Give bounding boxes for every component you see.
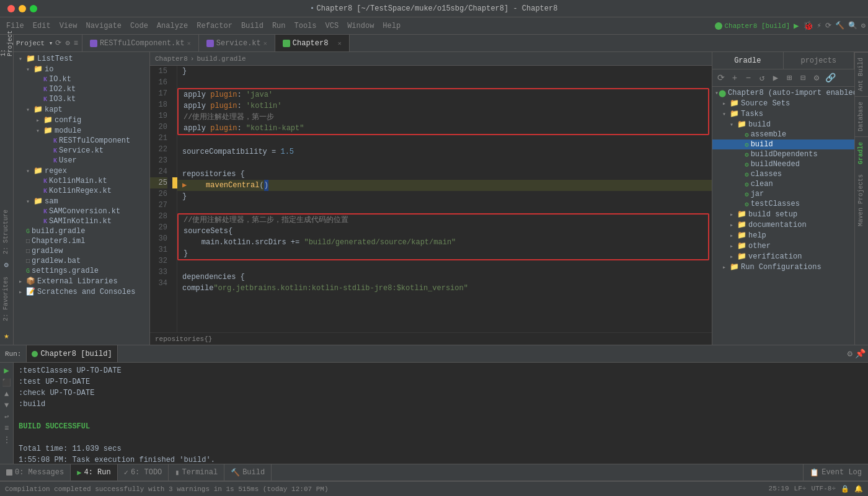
project-dropdown[interactable]: Project ▾ bbox=[16, 39, 53, 47]
tree-item-config[interactable]: ▸ 📁 config bbox=[14, 115, 149, 125]
gradle-btn-run[interactable]: ▶ bbox=[769, 72, 782, 84]
tab-build[interactable]: 🔨 Build bbox=[224, 464, 272, 480]
tree-item-gradlewbat[interactable]: □ gradlew.bat bbox=[14, 256, 149, 266]
tree-item-module[interactable]: ▾ 📁 module bbox=[14, 125, 149, 136]
run-button[interactable]: ▶ bbox=[794, 20, 799, 31]
gradle-tabs[interactable]: Gradle projects bbox=[712, 52, 854, 69]
profile-button[interactable]: ⟳ bbox=[825, 21, 831, 30]
search-everywhere[interactable]: 🔍 bbox=[848, 21, 857, 30]
tab-run[interactable]: ▶ 4: Run bbox=[71, 464, 117, 480]
gradle-btn-collapse[interactable]: ⊟ bbox=[797, 72, 809, 84]
gradle-item-build[interactable]: ⚙ build bbox=[712, 140, 854, 149]
run-more[interactable]: ⋮ bbox=[3, 435, 11, 445]
right-tab-ant[interactable]: Ant Build bbox=[855, 52, 868, 96]
tree-item-user[interactable]: K User bbox=[14, 156, 149, 166]
code-content[interactable]: } apply plugin: 'java' apply plugin: 'ko… bbox=[177, 66, 712, 332]
menu-refactor[interactable]: Refactor bbox=[193, 20, 236, 32]
gradle-btn-refresh[interactable]: ↺ bbox=[756, 72, 768, 84]
close-button[interactable] bbox=[7, 5, 15, 12]
bottom-settings[interactable]: ⚙ bbox=[848, 348, 852, 359]
right-tab-gradle[interactable]: Gradle bbox=[855, 136, 868, 169]
menu-edit[interactable]: Edit bbox=[29, 20, 55, 32]
tree-item-listtest[interactable]: ▾ 📁 ListTest bbox=[14, 53, 149, 64]
tree-item-io3-kt[interactable]: K IO3.kt bbox=[14, 94, 149, 104]
tab-terminal[interactable]: ▮ Terminal bbox=[169, 464, 224, 480]
window-controls[interactable] bbox=[7, 5, 37, 12]
gradle-item-build-folder[interactable]: ▾ 📁 build bbox=[712, 119, 854, 130]
tree-item-kapt[interactable]: ▾ 📁 kapt bbox=[14, 104, 149, 115]
tree-item-settingsgradle[interactable]: G settings.gradle bbox=[14, 266, 149, 276]
tree-item-kotlinmain[interactable]: K KotlinMain.kt bbox=[14, 176, 149, 186]
gradle-btn-expand[interactable]: ⊞ bbox=[783, 72, 795, 84]
gradle-item-assemble[interactable]: ⚙ assemble bbox=[712, 130, 854, 140]
minimize-button[interactable] bbox=[19, 5, 26, 12]
gradle-item-sourcesets[interactable]: ▸ 📁 Source Sets bbox=[712, 98, 854, 108]
run-filter[interactable]: ≡ bbox=[4, 424, 9, 433]
menu-view[interactable]: View bbox=[56, 20, 81, 32]
tab-close-chapter8[interactable]: ✕ bbox=[338, 40, 342, 47]
status-git[interactable]: 🔒 bbox=[841, 485, 849, 493]
gradle-item-tasks[interactable]: ▾ 📁 Tasks bbox=[712, 108, 854, 119]
gradle-btn-sync[interactable]: ⟳ bbox=[715, 72, 727, 84]
gradle-item-build-setup[interactable]: ▸ 📁 build setup bbox=[712, 209, 854, 219]
tree-item-io2-kt[interactable]: K IO2.kt bbox=[14, 84, 149, 94]
menu-run[interactable]: Run bbox=[268, 20, 290, 32]
gradle-btn-settings[interactable]: ⚙ bbox=[810, 72, 823, 84]
menu-code[interactable]: Code bbox=[126, 20, 152, 32]
tab-chapter8[interactable]: Chapter8 ✕ bbox=[275, 35, 350, 51]
status-linesep[interactable]: LF÷ bbox=[794, 485, 807, 493]
tab-eventlog[interactable]: 📋 Event Log bbox=[803, 464, 868, 480]
menu-file[interactable]: File bbox=[2, 20, 28, 32]
menu-navigate[interactable]: Navigate bbox=[82, 20, 125, 32]
tab-service[interactable]: Service.kt ✕ bbox=[199, 35, 275, 51]
status-position[interactable]: 25:19 bbox=[769, 485, 789, 493]
run-stop-btn[interactable]: ⬛ bbox=[2, 378, 11, 388]
right-tab-database[interactable]: Database bbox=[855, 96, 868, 136]
run-scroll-up[interactable]: ▲ bbox=[4, 390, 9, 399]
gradle-item-verification[interactable]: ▸ 📁 verification bbox=[712, 251, 854, 262]
status-notification[interactable]: 🔔 bbox=[854, 485, 863, 493]
gradle-btn-add[interactable]: + bbox=[728, 72, 741, 84]
favorites-tab[interactable]: 2: Favorites bbox=[0, 272, 13, 326]
gradle-item-documentation[interactable]: ▸ 📁 documentation bbox=[712, 219, 854, 230]
gradle-item-builddependents[interactable]: ⚙ buildDependents bbox=[712, 149, 854, 159]
structure-tab[interactable]: 2: Structure bbox=[0, 205, 13, 259]
run-play-btn[interactable]: ▶ bbox=[4, 365, 9, 376]
gradle-item-clean[interactable]: ⚙ clean bbox=[712, 179, 854, 189]
tree-item-kotlinregex[interactable]: K KotlinRegex.kt bbox=[14, 186, 149, 196]
proj-btn-3[interactable]: ≡ bbox=[73, 38, 79, 49]
tree-item-saminkotlin[interactable]: K SAMInKotlin.kt bbox=[14, 216, 149, 226]
tree-item-gradlew[interactable]: □ gradlew bbox=[14, 246, 149, 256]
menu-build[interactable]: Build bbox=[237, 20, 267, 32]
tree-item-restful[interactable]: K RESTfulComponent bbox=[14, 136, 149, 146]
tree-item-io-kt[interactable]: K IO.kt bbox=[14, 74, 149, 84]
left-sidebar-btn1[interactable]: ⚙ bbox=[0, 259, 12, 272]
bottom-pin[interactable]: 📌 bbox=[855, 348, 866, 359]
tab-close-restful[interactable]: ✕ bbox=[187, 40, 191, 47]
tree-item-extlibs[interactable]: ▸ 📦 External Libraries bbox=[14, 276, 149, 286]
maximize-button[interactable] bbox=[30, 5, 37, 12]
tree-item-buildgradle[interactable]: G build.gradle bbox=[14, 226, 149, 236]
run-wrap[interactable]: ↩ bbox=[4, 412, 9, 422]
gradle-item-root[interactable]: ▾ ⬤ Chapter8 (auto-import enabled) bbox=[712, 88, 854, 98]
tree-item-sam[interactable]: ▾ 📁 sam bbox=[14, 196, 149, 206]
right-tab-maven[interactable]: Maven Projects bbox=[855, 169, 868, 231]
status-encoding[interactable]: UTF-8÷ bbox=[811, 485, 836, 493]
gradle-item-other[interactable]: ▸ 📁 other bbox=[712, 241, 854, 251]
editor-content[interactable]: 1516171819 2021222324 25 2627282930 3132… bbox=[150, 66, 712, 332]
tree-item-io[interactable]: ▾ 📁 io bbox=[14, 64, 149, 74]
gradle-btn-link[interactable]: 🔗 bbox=[824, 72, 836, 84]
tree-item-scratches[interactable]: ▸ 📝 Scratches and Consoles bbox=[14, 286, 149, 297]
bottom-tab-run[interactable]: Chapter8 [build] bbox=[27, 345, 117, 362]
tree-item-regex[interactable]: ▾ 📁 regex bbox=[14, 166, 149, 176]
tab-todo[interactable]: ✓ 6: TODO bbox=[118, 464, 169, 480]
menu-tools[interactable]: Tools bbox=[291, 20, 321, 32]
gradle-item-jar[interactable]: ⚙ jar bbox=[712, 189, 854, 199]
proj-btn-2[interactable]: ⚙ bbox=[64, 37, 71, 49]
tree-item-samconversion[interactable]: K SAMConversion.kt bbox=[14, 206, 149, 216]
gradle-tab-projects[interactable]: projects bbox=[784, 52, 855, 69]
run-scroll-down[interactable]: ▼ bbox=[4, 401, 9, 410]
run-with-coverage[interactable]: ⚡ bbox=[817, 21, 822, 30]
gradle-item-classes[interactable]: ⚙ classes bbox=[712, 169, 854, 179]
tab-messages[interactable]: 0: Messages bbox=[0, 464, 71, 480]
